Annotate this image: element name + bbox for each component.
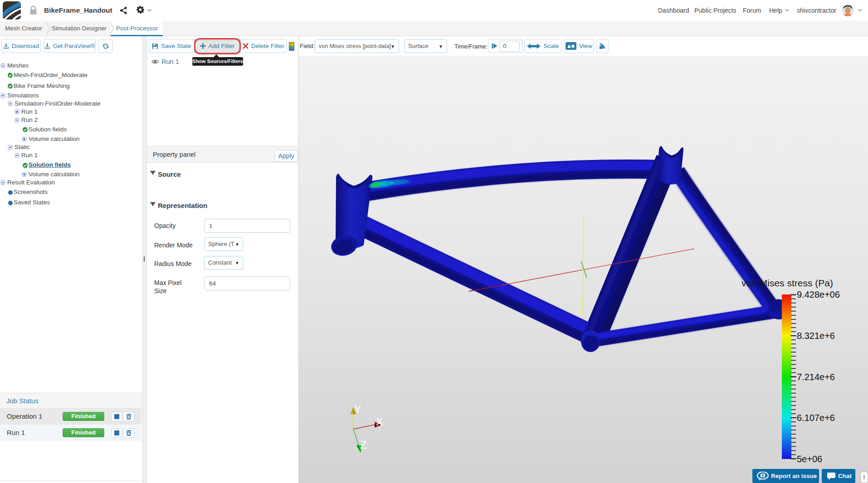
svg-text:von Mises stress (Pa): von Mises stress (Pa) [741, 278, 833, 288]
svg-text:Z: Z [360, 439, 366, 451]
svg-text:5e+06: 5e+06 [797, 454, 822, 464]
svg-text:9.428e+06: 9.428e+06 [797, 290, 840, 299]
svg-text:X: X [376, 416, 383, 428]
svg-text:Y: Y [354, 404, 361, 415]
svg-text:8.321e+6: 8.321e+6 [797, 331, 835, 341]
svg-text:7.214e+6: 7.214e+6 [797, 372, 835, 382]
svg-text:6.107e+6: 6.107e+6 [797, 413, 835, 423]
